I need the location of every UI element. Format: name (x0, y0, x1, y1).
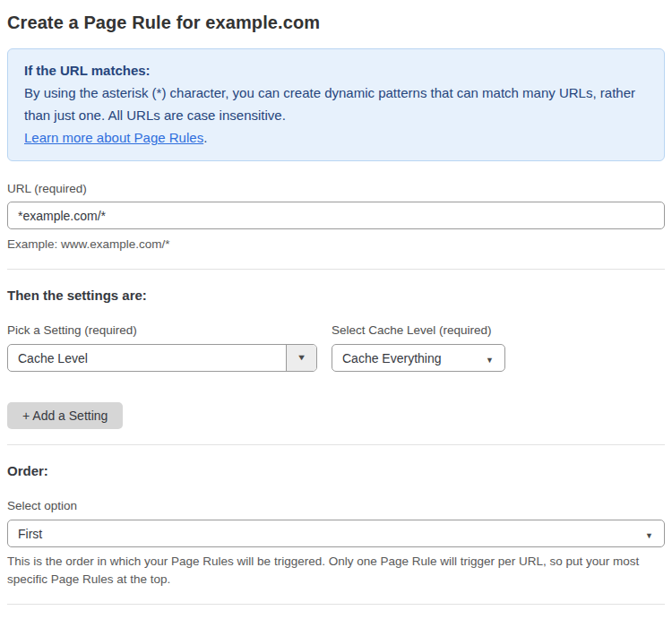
chevron-down-icon: ▼ (297, 354, 306, 362)
divider (7, 604, 665, 605)
info-box-body: By using the asterisk (*) character, you… (24, 82, 648, 126)
settings-heading: Then the settings are: (7, 288, 665, 303)
order-select[interactable]: First ▼ (7, 520, 665, 547)
divider (7, 444, 665, 445)
chevron-down-icon: ▼ (486, 356, 494, 365)
chevron-down-icon: ▼ (645, 531, 653, 540)
pick-setting-column: Pick a Setting (required) Cache Level ▼ (7, 303, 317, 372)
info-box-heading: If the URL matches: (24, 59, 648, 82)
link-period: . (203, 130, 207, 145)
pick-setting-label: Pick a Setting (required) (7, 323, 317, 337)
order-helper-text: This is the order in which your Page Rul… (7, 553, 652, 589)
cache-level-column: Select Cache Level (required) Cache Ever… (332, 303, 505, 372)
order-select-value: First (8, 527, 645, 541)
add-setting-button[interactable]: + Add a Setting (7, 402, 123, 429)
pick-setting-arrow-section[interactable]: ▼ (286, 345, 316, 371)
cache-level-arrow: ▼ (486, 351, 504, 365)
settings-row: Pick a Setting (required) Cache Level ▼ … (7, 303, 665, 372)
url-match-info-box: If the URL matches: By using the asteris… (7, 48, 665, 161)
order-heading: Order: (7, 463, 665, 478)
pick-setting-select[interactable]: Cache Level ▼ (7, 344, 317, 372)
cache-level-value: Cache Everything (332, 351, 486, 365)
divider (7, 269, 665, 270)
url-input[interactable] (7, 202, 665, 229)
cache-level-label: Select Cache Level (required) (332, 323, 505, 337)
order-select-label: Select option (7, 499, 665, 512)
pick-setting-value: Cache Level (8, 351, 286, 365)
url-label: URL (required) (7, 182, 665, 195)
page-rule-form: Create a Page Rule for example.com If th… (0, 0, 672, 619)
info-box-link-line: Learn more about Page Rules. (24, 126, 648, 149)
url-example-helper: Example: www.example.com/* (7, 236, 665, 254)
cache-level-select[interactable]: Cache Everything ▼ (332, 344, 505, 372)
order-select-arrow: ▼ (645, 527, 664, 541)
learn-more-link[interactable]: Learn more about Page Rules (24, 130, 203, 145)
page-title: Create a Page Rule for example.com (7, 13, 665, 33)
